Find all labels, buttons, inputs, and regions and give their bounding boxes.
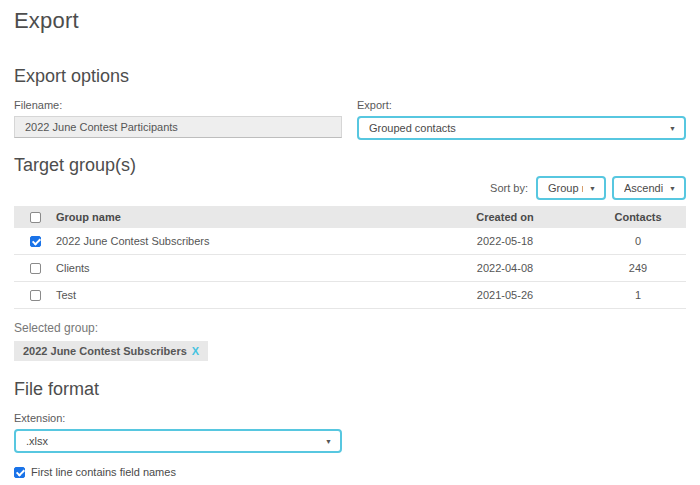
- groups-table-header: Group name Created on Contacts: [14, 206, 686, 228]
- table-row: Clients 2022-04-08 249: [14, 255, 686, 282]
- created-on-cell: 2022-05-18: [420, 235, 590, 247]
- export-page: Export Export options Filename: Export: …: [0, 0, 700, 485]
- selected-group-tag: 2022 June Contest Subscribers X: [14, 341, 208, 361]
- row-checkbox[interactable]: [30, 236, 41, 247]
- first-line-checkbox-label: First line contains field names: [31, 466, 176, 478]
- remove-group-icon[interactable]: X: [192, 345, 199, 357]
- chevron-down-icon: ▼: [325, 438, 332, 445]
- export-type-select[interactable]: Grouped contacts ▼: [357, 116, 686, 140]
- select-all-checkbox[interactable]: [30, 212, 41, 223]
- table-row: Test 2021-05-26 1: [14, 282, 686, 309]
- column-header-contacts: Contacts: [590, 211, 686, 223]
- groups-table: Group name Created on Contacts 2022 June…: [14, 206, 686, 309]
- export-options-heading: Export options: [14, 66, 686, 87]
- sort-field-select[interactable]: Group name ▼: [536, 176, 606, 200]
- column-header-created-on: Created on: [420, 211, 590, 223]
- group-name-cell: 2022 June Contest Subscribers: [56, 235, 420, 247]
- row-checkbox[interactable]: [30, 290, 41, 301]
- group-name-cell: Clients: [56, 262, 420, 274]
- sort-order-select[interactable]: Ascending ▼: [612, 176, 686, 200]
- created-on-cell: 2022-04-08: [420, 262, 590, 274]
- created-on-cell: 2021-05-26: [420, 289, 590, 301]
- page-title: Export: [14, 8, 686, 34]
- selected-group-label: Selected group:: [14, 321, 686, 335]
- sort-by-label: Sort by:: [490, 182, 528, 194]
- export-type-label: Export:: [357, 99, 686, 111]
- file-format-heading: File format: [14, 379, 686, 400]
- first-line-checkbox[interactable]: [14, 467, 25, 478]
- row-checkbox[interactable]: [30, 263, 41, 274]
- extension-label: Extension:: [14, 412, 686, 424]
- chevron-down-icon: ▼: [589, 185, 596, 192]
- filename-input[interactable]: [14, 116, 342, 138]
- column-header-group-name: Group name: [56, 211, 420, 223]
- group-name-cell: Test: [56, 289, 420, 301]
- contacts-cell: 249: [590, 262, 686, 274]
- first-line-option: First line contains field names: [14, 466, 686, 478]
- target-groups-heading: Target group(s): [14, 155, 686, 176]
- export-options-row: Filename: Export: Grouped contacts ▼: [14, 99, 686, 140]
- sort-field-selected-value: Group name: [548, 182, 583, 194]
- sort-order-selected-value: Ascending: [624, 182, 663, 194]
- extension-selected-value: .xlsx: [26, 435, 319, 447]
- selected-group-tag-text: 2022 June Contest Subscribers: [23, 345, 187, 357]
- filename-group: Filename:: [14, 99, 342, 140]
- sort-controls: Sort by: Group name ▼ Ascending ▼: [14, 176, 686, 200]
- contacts-cell: 0: [590, 235, 686, 247]
- filename-label: Filename:: [14, 99, 342, 111]
- export-type-selected-value: Grouped contacts: [369, 122, 663, 134]
- chevron-down-icon: ▼: [669, 185, 676, 192]
- table-row: 2022 June Contest Subscribers 2022-05-18…: [14, 228, 686, 255]
- export-type-group: Export: Grouped contacts ▼: [357, 99, 686, 140]
- extension-select[interactable]: .xlsx ▼: [14, 429, 342, 453]
- contacts-cell: 1: [590, 289, 686, 301]
- chevron-down-icon: ▼: [669, 125, 676, 132]
